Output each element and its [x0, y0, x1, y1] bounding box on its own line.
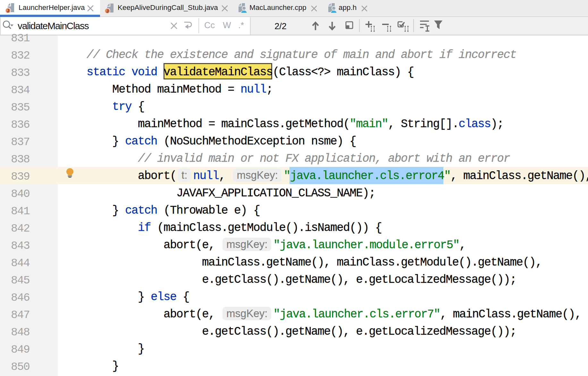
svg-text:J: J — [7, 8, 9, 13]
svg-text:J: J — [106, 9, 109, 13]
